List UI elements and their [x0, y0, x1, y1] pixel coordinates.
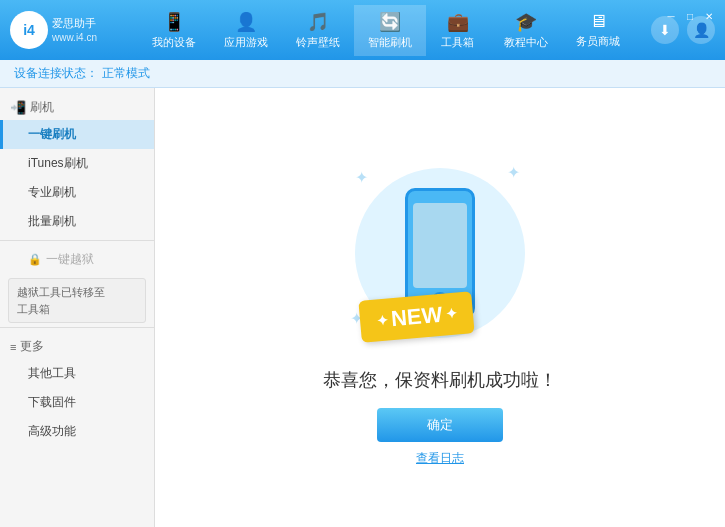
- sidebar-item-download-firmware[interactable]: 下载固件: [0, 388, 154, 417]
- window-controls[interactable]: ─ □ ✕: [663, 8, 717, 24]
- phone-illustration: ✦ ✦ ✦ NEW: [340, 148, 540, 358]
- status-bar: 设备连接状态： 正常模式: [0, 60, 725, 88]
- main-container: 📲 刷机 一键刷机 iTunes刷机 专业刷机 批量刷机 🔒 一键越狱 越狱工具…: [0, 88, 725, 527]
- nav-tab-my-device[interactable]: 📱 我的设备: [138, 5, 210, 56]
- smart-flash-icon: 🔄: [379, 11, 401, 33]
- main-content: ✦ ✦ ✦ NEW 恭喜您，保资料刷机成功啦！ 确定 查看日志: [155, 88, 725, 527]
- confirm-button[interactable]: 确定: [377, 408, 503, 442]
- minimize-button[interactable]: ─: [663, 8, 679, 24]
- nav-tabs: 📱 我的设备 👤 应用游戏 🎵 铃声壁纸 🔄 智能刷机 💼 工具箱 🎓 教程中心…: [120, 5, 651, 56]
- phone-screen: [413, 203, 467, 288]
- success-title: 恭喜您，保资料刷机成功啦！: [323, 368, 557, 392]
- nav-tab-tutorial[interactable]: 🎓 教程中心: [490, 5, 562, 56]
- header: i4 爱思助手 www.i4.cn 📱 我的设备 👤 应用游戏 🎵 铃声壁纸 🔄…: [0, 0, 725, 60]
- toolbox-icon: 💼: [447, 11, 469, 33]
- service-icon: 🖥: [589, 11, 607, 32]
- lock-icon: 🔒: [28, 253, 42, 266]
- logo-area: i4 爱思助手 www.i4.cn: [10, 11, 120, 49]
- tutorial-icon: 🎓: [515, 11, 537, 33]
- log-link[interactable]: 查看日志: [416, 450, 464, 467]
- sparkle-tr: ✦: [507, 163, 520, 182]
- nav-tab-smart-flash[interactable]: 🔄 智能刷机: [354, 5, 426, 56]
- sidebar-divider-2: [0, 327, 154, 328]
- ringtones-icon: 🎵: [307, 11, 329, 33]
- apps-games-icon: 👤: [235, 11, 257, 33]
- sidebar-item-advanced[interactable]: 高级功能: [0, 417, 154, 446]
- sidebar: 📲 刷机 一键刷机 iTunes刷机 专业刷机 批量刷机 🔒 一键越狱 越狱工具…: [0, 88, 155, 527]
- logo-text: 爱思助手 www.i4.cn: [52, 16, 97, 43]
- my-device-icon: 📱: [163, 11, 185, 33]
- sidebar-warning-box: 越狱工具已转移至 工具箱: [8, 278, 146, 323]
- sparkle-tl: ✦: [355, 168, 368, 187]
- sidebar-item-one-key-flash[interactable]: 一键刷机: [0, 120, 154, 149]
- close-button[interactable]: ✕: [701, 8, 717, 24]
- nav-tab-toolbox[interactable]: 💼 工具箱: [426, 5, 490, 56]
- more-section-icon: ≡: [10, 341, 16, 353]
- sidebar-item-batch-flash[interactable]: 批量刷机: [0, 207, 154, 236]
- flash-section-icon: 📲: [10, 100, 26, 115]
- sidebar-disabled-jailbreak: 🔒 一键越狱: [0, 245, 154, 274]
- nav-tab-service[interactable]: 🖥 务员商城: [562, 5, 634, 56]
- sidebar-item-pro-flash[interactable]: 专业刷机: [0, 178, 154, 207]
- sidebar-item-other-tools[interactable]: 其他工具: [0, 359, 154, 388]
- sidebar-section-more: ≡ 更多: [0, 332, 154, 359]
- sidebar-item-itunes-flash[interactable]: iTunes刷机: [0, 149, 154, 178]
- logo-icon: i4: [10, 11, 48, 49]
- sidebar-divider-1: [0, 240, 154, 241]
- nav-tab-apps-games[interactable]: 👤 应用游戏: [210, 5, 282, 56]
- sidebar-section-flash: 📲 刷机: [0, 93, 154, 120]
- maximize-button[interactable]: □: [682, 8, 698, 24]
- nav-tab-ringtones[interactable]: 🎵 铃声壁纸: [282, 5, 354, 56]
